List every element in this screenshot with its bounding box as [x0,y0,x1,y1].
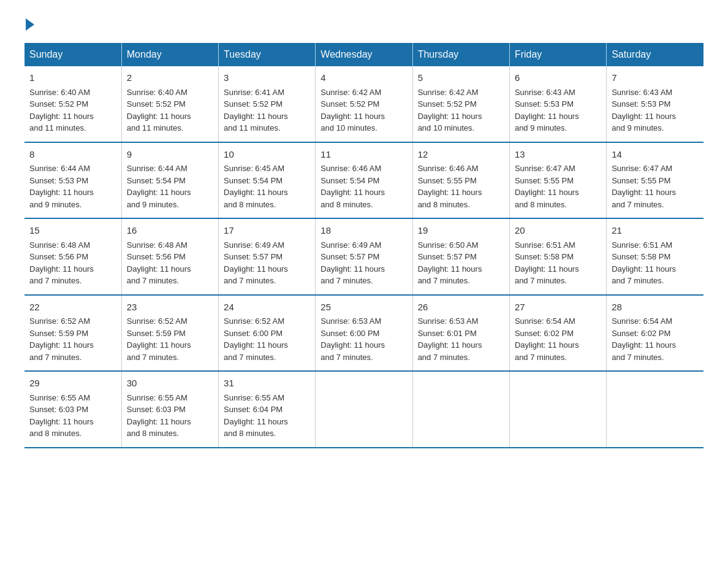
day-info: Sunrise: 6:43 AMSunset: 5:53 PMDaylight:… [515,88,579,133]
day-number: 23 [127,301,213,315]
week-row-1: 1Sunrise: 6:40 AMSunset: 5:52 PMDaylight… [25,66,703,142]
day-number: 27 [515,301,601,315]
logo [25,18,36,31]
day-cell-16: 16Sunrise: 6:48 AMSunset: 5:56 PMDayligh… [121,218,218,295]
day-info: Sunrise: 6:45 AMSunset: 5:54 PMDaylight:… [224,164,288,209]
day-info: Sunrise: 6:55 AMSunset: 6:04 PMDaylight:… [224,393,288,439]
day-number: 5 [418,71,504,85]
day-info: Sunrise: 6:51 AMSunset: 5:58 PMDaylight:… [515,240,579,286]
day-info: Sunrise: 6:46 AMSunset: 5:54 PMDaylight:… [320,164,385,209]
day-cell-20: 20Sunrise: 6:51 AMSunset: 5:58 PMDayligh… [509,218,606,295]
day-cell-30: 30Sunrise: 6:55 AMSunset: 6:03 PMDayligh… [121,371,218,448]
day-number: 22 [29,301,116,315]
day-cell-8: 8Sunrise: 6:44 AMSunset: 5:53 PMDaylight… [25,142,121,219]
day-number: 25 [320,301,407,315]
week-row-4: 22Sunrise: 6:52 AMSunset: 5:59 PMDayligh… [25,295,703,372]
day-number: 3 [224,71,310,85]
header-day-tuesday: Tuesday [219,43,316,66]
day-info: Sunrise: 6:51 AMSunset: 5:58 PMDaylight:… [612,240,676,286]
day-number: 19 [418,224,504,238]
day-number: 11 [320,148,407,162]
empty-cell [316,371,412,448]
day-number: 16 [127,224,213,238]
day-cell-29: 29Sunrise: 6:55 AMSunset: 6:03 PMDayligh… [25,371,121,448]
day-info: Sunrise: 6:47 AMSunset: 5:55 PMDaylight:… [515,164,579,209]
day-number: 29 [29,377,116,391]
day-cell-7: 7Sunrise: 6:43 AMSunset: 5:53 PMDaylight… [607,66,703,142]
day-number: 28 [612,301,699,315]
day-number: 6 [515,71,601,85]
day-info: Sunrise: 6:52 AMSunset: 5:59 PMDaylight:… [29,316,94,362]
header-day-thursday: Thursday [412,43,509,66]
day-info: Sunrise: 6:53 AMSunset: 6:00 PMDaylight:… [320,316,385,362]
page-header [25,18,703,31]
day-cell-28: 28Sunrise: 6:54 AMSunset: 6:02 PMDayligh… [607,295,703,372]
day-number: 18 [320,224,407,238]
day-cell-2: 2Sunrise: 6:40 AMSunset: 5:52 PMDaylight… [121,66,218,142]
day-cell-24: 24Sunrise: 6:52 AMSunset: 6:00 PMDayligh… [219,295,316,372]
day-number: 12 [418,148,504,162]
day-cell-23: 23Sunrise: 6:52 AMSunset: 5:59 PMDayligh… [121,295,218,372]
day-info: Sunrise: 6:54 AMSunset: 6:02 PMDaylight:… [515,316,579,362]
day-number: 21 [612,224,699,238]
day-number: 17 [224,224,310,238]
day-number: 9 [127,148,213,162]
day-cell-11: 11Sunrise: 6:46 AMSunset: 5:54 PMDayligh… [316,142,412,219]
day-number: 24 [224,301,310,315]
day-cell-14: 14Sunrise: 6:47 AMSunset: 5:55 PMDayligh… [607,142,703,219]
header-day-wednesday: Wednesday [316,43,412,66]
day-info: Sunrise: 6:48 AMSunset: 5:56 PMDaylight:… [29,240,94,286]
day-number: 13 [515,148,601,162]
day-cell-17: 17Sunrise: 6:49 AMSunset: 5:57 PMDayligh… [219,218,316,295]
header-day-monday: Monday [121,43,218,66]
day-number: 7 [612,71,699,85]
empty-cell [607,371,703,448]
day-cell-12: 12Sunrise: 6:46 AMSunset: 5:55 PMDayligh… [412,142,509,219]
day-info: Sunrise: 6:40 AMSunset: 5:52 PMDaylight:… [127,88,191,133]
day-cell-13: 13Sunrise: 6:47 AMSunset: 5:55 PMDayligh… [509,142,606,219]
day-info: Sunrise: 6:55 AMSunset: 6:03 PMDaylight:… [127,393,191,439]
header-day-sunday: Sunday [25,43,121,66]
header-day-friday: Friday [509,43,606,66]
empty-cell [412,371,509,448]
day-cell-4: 4Sunrise: 6:42 AMSunset: 5:52 PMDaylight… [316,66,412,142]
day-cell-26: 26Sunrise: 6:53 AMSunset: 6:01 PMDayligh… [412,295,509,372]
day-info: Sunrise: 6:44 AMSunset: 5:53 PMDaylight:… [29,164,94,209]
day-number: 14 [612,148,699,162]
day-cell-21: 21Sunrise: 6:51 AMSunset: 5:58 PMDayligh… [607,218,703,295]
day-info: Sunrise: 6:42 AMSunset: 5:52 PMDaylight:… [418,88,482,133]
day-cell-22: 22Sunrise: 6:52 AMSunset: 5:59 PMDayligh… [25,295,121,372]
day-number: 4 [320,71,407,85]
week-row-3: 15Sunrise: 6:48 AMSunset: 5:56 PMDayligh… [25,218,703,295]
day-info: Sunrise: 6:52 AMSunset: 5:59 PMDaylight:… [127,316,191,362]
day-info: Sunrise: 6:43 AMSunset: 5:53 PMDaylight:… [612,88,676,133]
logo-arrow-icon [26,18,34,31]
day-number: 2 [127,71,213,85]
day-cell-5: 5Sunrise: 6:42 AMSunset: 5:52 PMDaylight… [412,66,509,142]
day-info: Sunrise: 6:40 AMSunset: 5:52 PMDaylight:… [29,88,94,133]
day-info: Sunrise: 6:53 AMSunset: 6:01 PMDaylight:… [418,316,482,362]
day-number: 20 [515,224,601,238]
day-info: Sunrise: 6:42 AMSunset: 5:52 PMDaylight:… [320,88,385,133]
day-number: 1 [29,71,116,85]
day-number: 10 [224,148,310,162]
day-info: Sunrise: 6:50 AMSunset: 5:57 PMDaylight:… [418,240,482,286]
day-info: Sunrise: 6:44 AMSunset: 5:54 PMDaylight:… [127,164,191,209]
day-cell-31: 31Sunrise: 6:55 AMSunset: 6:04 PMDayligh… [219,371,316,448]
day-number: 30 [127,377,213,391]
week-row-2: 8Sunrise: 6:44 AMSunset: 5:53 PMDaylight… [25,142,703,219]
day-cell-15: 15Sunrise: 6:48 AMSunset: 5:56 PMDayligh… [25,218,121,295]
day-cell-19: 19Sunrise: 6:50 AMSunset: 5:57 PMDayligh… [412,218,509,295]
day-cell-10: 10Sunrise: 6:45 AMSunset: 5:54 PMDayligh… [219,142,316,219]
day-info: Sunrise: 6:55 AMSunset: 6:03 PMDaylight:… [29,393,94,439]
day-info: Sunrise: 6:52 AMSunset: 6:00 PMDaylight:… [224,316,288,362]
day-info: Sunrise: 6:54 AMSunset: 6:02 PMDaylight:… [612,316,676,362]
week-row-5: 29Sunrise: 6:55 AMSunset: 6:03 PMDayligh… [25,371,703,448]
empty-cell [509,371,606,448]
day-cell-3: 3Sunrise: 6:41 AMSunset: 5:52 PMDaylight… [219,66,316,142]
day-info: Sunrise: 6:48 AMSunset: 5:56 PMDaylight:… [127,240,191,286]
day-number: 8 [29,148,116,162]
day-info: Sunrise: 6:46 AMSunset: 5:55 PMDaylight:… [418,164,482,209]
header-row: SundayMondayTuesdayWednesdayThursdayFrid… [25,43,703,66]
calendar-table: SundayMondayTuesdayWednesdayThursdayFrid… [25,43,703,448]
